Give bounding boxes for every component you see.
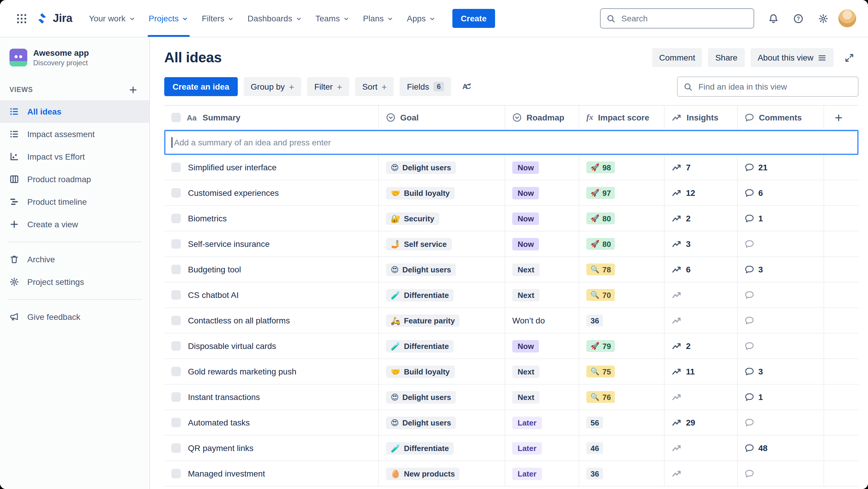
row-checkbox[interactable]	[172, 239, 181, 249]
insights-indicator[interactable]	[672, 315, 682, 325]
impact-score-badge[interactable]: 🔍78	[586, 263, 615, 276]
idea-summary[interactable]: Managed investment	[188, 469, 265, 478]
table-row[interactable]: CS chatbot AI🧪DifferentiateNext🔍70	[164, 283, 859, 308]
roadmap-badge[interactable]: Later	[512, 467, 542, 480]
group-by-button[interactable]: Group by+	[243, 77, 301, 96]
add-column-button[interactable]	[831, 110, 845, 125]
impact-score-badge[interactable]: 🚀97	[586, 187, 615, 199]
goal-chip[interactable]: 🧪Differentiate	[386, 340, 454, 352]
add-idea-input[interactable]	[173, 137, 851, 148]
find-idea-search[interactable]	[677, 77, 859, 97]
roadmap-badge[interactable]: Now	[512, 340, 539, 352]
column-header-summary[interactable]: Aa Summary	[164, 106, 379, 130]
insights-indicator[interactable]	[672, 443, 682, 453]
comments-indicator[interactable]	[745, 290, 754, 300]
roadmap-badge[interactable]: Next	[512, 289, 539, 301]
comments-indicator[interactable]	[745, 316, 754, 325]
goal-chip[interactable]: 😍Delight users	[386, 263, 456, 276]
comments-indicator[interactable]	[745, 239, 754, 249]
row-checkbox[interactable]	[172, 316, 181, 325]
create-button[interactable]: Create	[453, 9, 495, 28]
insights-indicator[interactable]: 2	[672, 341, 691, 351]
goal-chip[interactable]: 😍Delight users	[386, 161, 456, 174]
jira-logo[interactable]: Jira	[36, 12, 72, 25]
table-row[interactable]: Gold rewards marketing push🤝Build loyalt…	[164, 359, 859, 384]
sidebar-item-impact-vs-effort[interactable]: Impact vs Effort	[0, 145, 149, 168]
goal-chip[interactable]: 😍Delight users	[386, 416, 456, 429]
nav-item-your-work[interactable]: Your work	[83, 0, 142, 37]
goal-chip[interactable]: 🤝Build loyalty	[386, 365, 455, 378]
insights-indicator[interactable]	[672, 290, 682, 300]
goal-chip[interactable]: 🤳Self service	[386, 238, 452, 250]
help-icon[interactable]: ?	[788, 9, 808, 28]
goal-chip[interactable]: 🧪Differentiate	[386, 442, 454, 454]
goal-chip[interactable]: 😍Delight users	[386, 391, 456, 403]
fields-button[interactable]: Fields 6	[400, 77, 452, 96]
impact-score-badge[interactable]: 56	[586, 416, 603, 429]
idea-summary[interactable]: Gold rewards marketing push	[188, 367, 297, 376]
table-row[interactable]: Biometrics🔐SecurityNow🚀8021	[164, 206, 859, 231]
impact-score-badge[interactable]: 🔍76	[586, 391, 615, 403]
comments-indicator[interactable]	[745, 469, 754, 478]
roadmap-badge[interactable]: Now	[512, 161, 539, 174]
nav-item-teams[interactable]: Teams	[309, 0, 356, 37]
table-row[interactable]: Contactless on all platforms🛵Feature par…	[164, 308, 859, 334]
row-checkbox[interactable]	[172, 367, 181, 376]
roadmap-badge[interactable]: Now	[512, 238, 539, 250]
idea-summary[interactable]: CS chatbot AI	[188, 290, 239, 300]
roadmap-badge[interactable]: Next	[512, 391, 539, 403]
idea-summary[interactable]: Automated tasks	[188, 418, 250, 427]
insights-indicator[interactable]: 12	[672, 188, 695, 198]
impact-score-badge[interactable]: 🔍70	[586, 289, 615, 301]
roadmap-value[interactable]: Won’t do	[512, 316, 545, 325]
row-checkbox[interactable]	[172, 290, 181, 300]
idea-summary[interactable]: Self-service insurance	[188, 239, 270, 249]
column-header-insights[interactable]: Insights	[664, 106, 738, 130]
idea-summary[interactable]: Customised experiences	[188, 188, 279, 198]
table-row[interactable]: Simplified user interface😍Delight usersN…	[164, 155, 859, 180]
impact-score-badge[interactable]: 36	[586, 315, 603, 326]
global-search-input[interactable]	[620, 13, 748, 24]
row-checkbox[interactable]	[172, 418, 181, 427]
comments-indicator[interactable]: 1	[745, 392, 763, 402]
share-button[interactable]: Share	[708, 48, 745, 67]
nav-item-apps[interactable]: Apps	[401, 0, 442, 37]
roadmap-badge[interactable]: Next	[512, 365, 539, 378]
impact-score-badge[interactable]: 🚀80	[586, 238, 615, 250]
idea-summary[interactable]: Biometrics	[188, 213, 227, 223]
row-checkbox[interactable]	[172, 163, 181, 172]
column-header-impact-score[interactable]: fx Impact score	[579, 106, 664, 130]
comments-indicator[interactable]: 3	[745, 265, 763, 274]
comments-indicator[interactable]: 6	[745, 188, 763, 198]
about-this-view-button[interactable]: About this view	[751, 48, 834, 67]
idea-summary[interactable]: Simplified user interface	[188, 163, 277, 172]
comments-indicator[interactable]	[745, 341, 754, 351]
notifications-bell-icon[interactable]	[764, 9, 783, 28]
nav-item-projects[interactable]: Projects	[143, 0, 195, 37]
insights-indicator[interactable]: 6	[672, 264, 691, 275]
row-checkbox[interactable]	[172, 443, 181, 453]
sidebar-item-product-roadmap[interactable]: Product roadmap	[0, 168, 149, 191]
table-row[interactable]: Self-service insurance🤳Self serviceNow🚀8…	[164, 231, 859, 257]
row-checkbox[interactable]	[172, 392, 181, 402]
row-checkbox[interactable]	[172, 469, 181, 478]
row-checkbox[interactable]	[172, 341, 181, 351]
impact-score-badge[interactable]: 🔍75	[586, 366, 615, 377]
insights-indicator[interactable]: 29	[672, 418, 695, 428]
idea-summary[interactable]: Instant transactions	[188, 392, 260, 402]
nav-item-filters[interactable]: Filters	[196, 0, 241, 37]
select-all-checkbox[interactable]	[172, 113, 181, 122]
expand-view-icon[interactable]	[840, 48, 859, 67]
comments-indicator[interactable]: 48	[745, 443, 768, 453]
goal-chip[interactable]: 🛵Feature parity	[386, 314, 460, 327]
comments-indicator[interactable]	[745, 418, 754, 427]
idea-summary[interactable]: Budgeting tool	[188, 265, 241, 274]
goal-chip[interactable]: 🥚New products	[386, 467, 460, 480]
table-row[interactable]: Budgeting tool😍Delight usersNext🔍7863	[164, 257, 859, 283]
give-feedback-button[interactable]: Give feedback	[0, 306, 149, 328]
row-checkbox[interactable]	[172, 265, 181, 274]
sidebar-item-product-timeline[interactable]: Product timeline	[0, 191, 149, 213]
nav-item-dashboards[interactable]: Dashboards	[242, 0, 308, 37]
roadmap-badge[interactable]: Later	[512, 416, 542, 429]
comments-indicator[interactable]: 1	[745, 213, 763, 223]
